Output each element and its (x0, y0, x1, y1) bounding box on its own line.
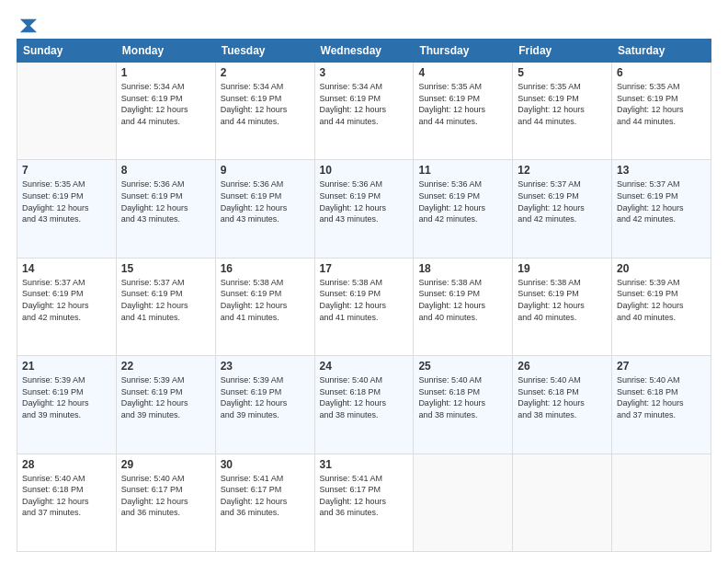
week-row-3: 14Sunrise: 5:37 AMSunset: 6:19 PMDayligh… (17, 258, 711, 355)
day-info: Sunrise: 5:36 AMSunset: 6:19 PMDaylight:… (418, 178, 507, 224)
calendar-cell: 4Sunrise: 5:35 AMSunset: 6:19 PMDaylight… (414, 63, 513, 160)
day-number: 6 (617, 66, 706, 79)
day-info: Sunrise: 5:39 AMSunset: 6:19 PMDaylight:… (121, 374, 210, 420)
day-info: Sunrise: 5:40 AMSunset: 6:18 PMDaylight:… (418, 374, 507, 420)
page: SundayMondayTuesdayWednesdayThursdayFrid… (0, 0, 728, 563)
day-number: 8 (121, 164, 210, 177)
calendar-cell: 11Sunrise: 5:36 AMSunset: 6:19 PMDayligh… (414, 160, 513, 258)
day-info: Sunrise: 5:35 AMSunset: 6:19 PMDaylight:… (518, 81, 607, 127)
week-row-4: 21Sunrise: 5:39 AMSunset: 6:19 PMDayligh… (17, 356, 711, 454)
day-info: Sunrise: 5:39 AMSunset: 6:19 PMDaylight:… (221, 374, 310, 420)
calendar-cell: 12Sunrise: 5:37 AMSunset: 6:19 PMDayligh… (513, 160, 612, 258)
day-number: 9 (221, 164, 310, 177)
calendar-cell: 26Sunrise: 5:40 AMSunset: 6:18 PMDayligh… (513, 356, 612, 454)
calendar-cell (414, 454, 513, 551)
day-number: 25 (418, 360, 507, 373)
calendar-cell: 15Sunrise: 5:37 AMSunset: 6:19 PMDayligh… (116, 258, 215, 355)
calendar-cell: 24Sunrise: 5:40 AMSunset: 6:18 PMDayligh… (314, 356, 414, 454)
calendar-cell (513, 454, 612, 551)
day-info: Sunrise: 5:41 AMSunset: 6:17 PMDaylight:… (320, 473, 409, 519)
day-number: 15 (121, 262, 210, 275)
calendar-cell: 14Sunrise: 5:37 AMSunset: 6:19 PMDayligh… (17, 258, 117, 355)
day-number: 24 (320, 360, 409, 373)
day-info: Sunrise: 5:39 AMSunset: 6:19 PMDaylight:… (617, 277, 706, 323)
calendar-cell: 10Sunrise: 5:36 AMSunset: 6:19 PMDayligh… (314, 160, 414, 258)
day-number: 20 (617, 262, 706, 275)
day-info: Sunrise: 5:36 AMSunset: 6:19 PMDaylight:… (221, 178, 310, 224)
day-info: Sunrise: 5:37 AMSunset: 6:19 PMDaylight:… (518, 178, 607, 224)
day-info: Sunrise: 5:40 AMSunset: 6:18 PMDaylight:… (22, 473, 111, 519)
day-info: Sunrise: 5:37 AMSunset: 6:19 PMDaylight:… (121, 277, 210, 323)
week-row-2: 7Sunrise: 5:35 AMSunset: 6:19 PMDaylight… (17, 160, 711, 258)
calendar-cell (17, 63, 117, 160)
day-number: 18 (418, 262, 507, 275)
calendar-header-row: SundayMondayTuesdayWednesdayThursdayFrid… (17, 40, 711, 63)
calendar-cell: 1Sunrise: 5:34 AMSunset: 6:19 PMDaylight… (116, 63, 215, 160)
calendar-cell: 22Sunrise: 5:39 AMSunset: 6:19 PMDayligh… (116, 356, 215, 454)
svg-marker-0 (20, 19, 37, 33)
calendar-cell: 23Sunrise: 5:39 AMSunset: 6:19 PMDayligh… (215, 356, 314, 454)
day-info: Sunrise: 5:40 AMSunset: 6:18 PMDaylight:… (320, 374, 409, 420)
day-info: Sunrise: 5:40 AMSunset: 6:18 PMDaylight:… (617, 374, 706, 420)
day-number: 4 (418, 66, 507, 79)
day-number: 22 (121, 360, 210, 373)
calendar-header-thursday: Thursday (414, 40, 513, 63)
calendar-cell: 3Sunrise: 5:34 AMSunset: 6:19 PMDaylight… (314, 63, 414, 160)
header (17, 17, 711, 31)
calendar-cell: 6Sunrise: 5:35 AMSunset: 6:19 PMDaylight… (612, 63, 711, 160)
day-number: 31 (320, 458, 409, 471)
calendar-table: SundayMondayTuesdayWednesdayThursdayFrid… (17, 39, 711, 552)
day-info: Sunrise: 5:34 AMSunset: 6:19 PMDaylight:… (221, 81, 310, 127)
day-number: 28 (22, 458, 111, 471)
day-info: Sunrise: 5:38 AMSunset: 6:19 PMDaylight:… (418, 277, 507, 323)
day-info: Sunrise: 5:38 AMSunset: 6:19 PMDaylight:… (518, 277, 607, 323)
calendar-header-friday: Friday (513, 40, 612, 63)
day-info: Sunrise: 5:37 AMSunset: 6:19 PMDaylight:… (22, 277, 111, 323)
calendar-cell: 21Sunrise: 5:39 AMSunset: 6:19 PMDayligh… (17, 356, 117, 454)
calendar-cell: 16Sunrise: 5:38 AMSunset: 6:19 PMDayligh… (215, 258, 314, 355)
logo (17, 17, 37, 31)
day-number: 3 (320, 66, 409, 79)
day-number: 1 (121, 66, 210, 79)
day-info: Sunrise: 5:39 AMSunset: 6:19 PMDaylight:… (22, 374, 111, 420)
calendar-cell: 25Sunrise: 5:40 AMSunset: 6:18 PMDayligh… (414, 356, 513, 454)
week-row-5: 28Sunrise: 5:40 AMSunset: 6:18 PMDayligh… (17, 454, 711, 551)
calendar-cell (612, 454, 711, 551)
calendar-cell: 19Sunrise: 5:38 AMSunset: 6:19 PMDayligh… (513, 258, 612, 355)
day-number: 11 (418, 164, 507, 177)
calendar-header-monday: Monday (116, 40, 215, 63)
day-info: Sunrise: 5:41 AMSunset: 6:17 PMDaylight:… (221, 473, 310, 519)
day-info: Sunrise: 5:35 AMSunset: 6:19 PMDaylight:… (418, 81, 507, 127)
day-info: Sunrise: 5:35 AMSunset: 6:19 PMDaylight:… (617, 81, 706, 127)
day-info: Sunrise: 5:36 AMSunset: 6:19 PMDaylight:… (320, 178, 409, 224)
day-info: Sunrise: 5:37 AMSunset: 6:19 PMDaylight:… (617, 178, 706, 224)
day-info: Sunrise: 5:34 AMSunset: 6:19 PMDaylight:… (121, 81, 210, 127)
day-number: 5 (518, 66, 607, 79)
calendar-cell: 31Sunrise: 5:41 AMSunset: 6:17 PMDayligh… (314, 454, 414, 551)
calendar-cell: 20Sunrise: 5:39 AMSunset: 6:19 PMDayligh… (612, 258, 711, 355)
day-info: Sunrise: 5:35 AMSunset: 6:19 PMDaylight:… (22, 178, 111, 224)
calendar-header-wednesday: Wednesday (314, 40, 414, 63)
calendar-cell: 30Sunrise: 5:41 AMSunset: 6:17 PMDayligh… (215, 454, 314, 551)
calendar-cell: 2Sunrise: 5:34 AMSunset: 6:19 PMDaylight… (215, 63, 314, 160)
calendar-cell: 7Sunrise: 5:35 AMSunset: 6:19 PMDaylight… (17, 160, 117, 258)
logo-text (17, 17, 37, 35)
day-number: 21 (22, 360, 111, 373)
day-number: 19 (518, 262, 607, 275)
day-number: 30 (221, 458, 310, 471)
day-number: 16 (221, 262, 310, 275)
day-number: 23 (221, 360, 310, 373)
day-number: 12 (518, 164, 607, 177)
calendar-cell: 17Sunrise: 5:38 AMSunset: 6:19 PMDayligh… (314, 258, 414, 355)
calendar-cell: 8Sunrise: 5:36 AMSunset: 6:19 PMDaylight… (116, 160, 215, 258)
day-number: 13 (617, 164, 706, 177)
day-info: Sunrise: 5:40 AMSunset: 6:18 PMDaylight:… (518, 374, 607, 420)
calendar-cell: 27Sunrise: 5:40 AMSunset: 6:18 PMDayligh… (612, 356, 711, 454)
day-info: Sunrise: 5:36 AMSunset: 6:19 PMDaylight:… (121, 178, 210, 224)
day-number: 2 (221, 66, 310, 79)
calendar-cell: 18Sunrise: 5:38 AMSunset: 6:19 PMDayligh… (414, 258, 513, 355)
day-number: 14 (22, 262, 111, 275)
day-info: Sunrise: 5:38 AMSunset: 6:19 PMDaylight:… (320, 277, 409, 323)
calendar-header-tuesday: Tuesday (215, 40, 314, 63)
day-number: 26 (518, 360, 607, 373)
